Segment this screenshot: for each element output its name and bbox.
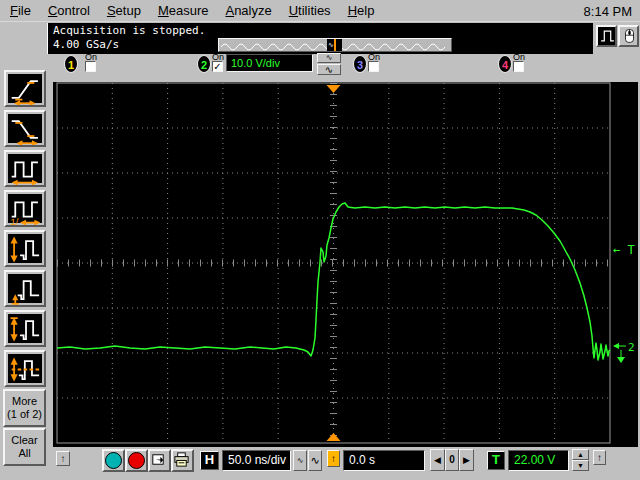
memory-bar-view-window[interactable]: ∿ (327, 39, 342, 51)
svg-text:1/: 1/ (11, 216, 19, 225)
run-button[interactable] (102, 449, 125, 472)
fall-time-icon (8, 114, 44, 145)
channel-2-button[interactable]: 2 (197, 55, 211, 73)
measure-v-average-button[interactable] (4, 350, 46, 387)
print-button[interactable] (171, 449, 194, 472)
export-button[interactable] (148, 449, 171, 472)
channel-2-on-checkbox[interactable]: ✓ (212, 61, 223, 72)
sample-rate: 4.00 GSa/s (53, 38, 119, 51)
channel-1-button[interactable]: 1 (64, 55, 78, 73)
clear-all-button[interactable]: Clear All (3, 428, 46, 466)
measure-frequency-button[interactable]: 1/ (4, 190, 46, 227)
v-base-icon (8, 274, 44, 305)
marker-up-right-button[interactable]: ↑ (593, 450, 606, 465)
trigger-level-display[interactable]: 22.00 V (508, 450, 569, 471)
stop-icon (128, 452, 145, 469)
measure-v-max-button[interactable] (4, 310, 46, 347)
measure-period-button[interactable] (4, 150, 46, 187)
position-zero-button[interactable]: 0 (445, 449, 459, 471)
period-icon (8, 154, 44, 185)
run-icon (105, 452, 122, 469)
menu-help[interactable]: Help (348, 3, 375, 18)
channel-2-scale-up-button[interactable]: ∿ (317, 64, 341, 75)
channel-3-button[interactable]: 3 (353, 55, 367, 73)
memory-bar-mini-wave: ∿ (328, 41, 334, 49)
svg-text:← T: ← T (613, 243, 635, 257)
svg-text:2: 2 (628, 341, 635, 354)
frequency-icon: 1/ (8, 194, 44, 225)
more-label-line2: (1 of 2) (5, 408, 44, 421)
clock: 8:14 PM (584, 4, 632, 19)
position-left-button[interactable]: ◀ (430, 449, 445, 471)
menu-file[interactable]: File (10, 3, 31, 18)
channel-4-on-checkbox[interactable] (513, 61, 524, 72)
clear-all-label-line1: Clear (5, 434, 44, 447)
rise-time-icon (8, 74, 44, 105)
horizontal-button[interactable]: H (200, 451, 219, 470)
channel-1-on-checkbox[interactable] (85, 61, 96, 72)
pulse-icon (599, 28, 616, 44)
timebase-position-display[interactable]: 0.0 s (343, 450, 425, 471)
menu-measure[interactable]: Measure (158, 3, 209, 18)
more-measurements-button[interactable]: More (1 of 2) (3, 389, 46, 427)
memory-bar[interactable]: ∿ (218, 38, 452, 52)
marker-up-left-button[interactable]: ↑ (56, 451, 70, 466)
printer-icon (173, 451, 190, 468)
oscilloscope-window: File Control Setup Measure Analyze Utili… (0, 0, 640, 480)
trigger-position-button[interactable]: ↑ (327, 450, 340, 467)
v-average-icon (8, 354, 44, 385)
mouse-mode-button[interactable] (618, 25, 639, 47)
channel-4-button[interactable]: 4 (498, 55, 512, 73)
menu-control[interactable]: Control (48, 3, 90, 18)
graticule-and-trace: ← T2 (53, 82, 638, 447)
position-right-button[interactable]: ▶ (459, 449, 474, 471)
trigger-level-up-button[interactable]: ▲ (572, 449, 589, 460)
measure-v-base-button[interactable] (4, 270, 46, 307)
trigger-button[interactable]: T (487, 451, 505, 470)
measure-rise-time-button[interactable] (4, 70, 46, 107)
stop-button[interactable] (125, 449, 148, 472)
v-max-icon (8, 314, 44, 345)
clear-all-label-line2: All (5, 447, 44, 460)
export-icon (150, 451, 167, 468)
timebase-scale-display[interactable]: 50.0 ns/div (222, 450, 291, 471)
menu-analyze[interactable]: Analyze (225, 3, 271, 18)
timebase-zoom-out-button[interactable]: ∿ (308, 450, 322, 471)
channel-3-on-checkbox[interactable] (368, 61, 379, 72)
channel-2-scale-down-button[interactable]: ∿ (317, 53, 341, 63)
menu-bar: File Control Setup Measure Analyze Utili… (0, 0, 640, 22)
measure-fall-time-button[interactable] (4, 110, 46, 147)
waveform-display[interactable]: ← T2 (53, 82, 638, 447)
v-peak-peak-icon (8, 234, 44, 265)
menu-setup[interactable]: Setup (107, 3, 141, 18)
memory-bar-trigger-mark (334, 39, 336, 51)
trigger-level-down-button[interactable]: ▼ (572, 460, 589, 471)
measure-v-peak-peak-button[interactable] (4, 230, 46, 267)
timebase-zoom-in-button[interactable]: ∿ (293, 450, 307, 471)
acquisition-status: Acquisition is stopped. (53, 24, 205, 37)
more-label-line1: More (5, 395, 44, 408)
channel-2-scale-display[interactable]: 10.0 V/div (226, 54, 313, 72)
mouse-icon (621, 28, 638, 44)
menu-utilities[interactable]: Utilities (289, 3, 331, 18)
pulse-mode-button[interactable] (596, 25, 617, 47)
